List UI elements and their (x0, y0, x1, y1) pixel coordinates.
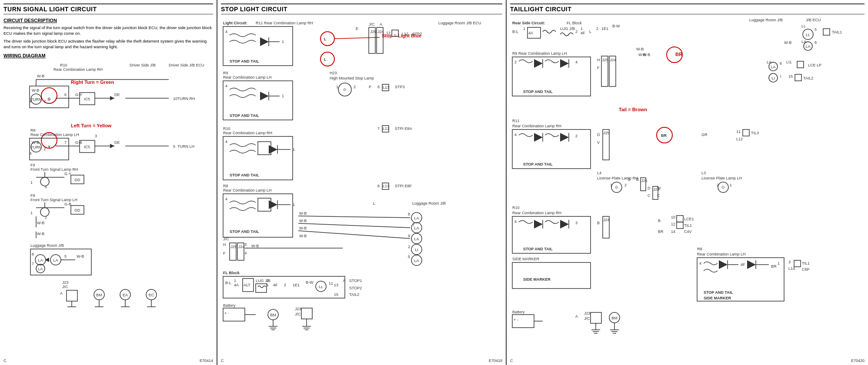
svg-text:LA: LA (53, 258, 58, 262)
svg-marker-166 (269, 145, 277, 154)
svg-text:7: 7 (32, 262, 34, 266)
svg-text:J/C: J/C (223, 237, 229, 241)
svg-text:15: 15 (788, 74, 793, 79)
svg-text:J25: J25 (230, 245, 237, 249)
svg-text:W-B: W-B (77, 254, 84, 259)
taillight-panel: TAILLIGHT CIRCUIT Rear Side Circuit: FL … (507, 0, 868, 365)
svg-text:6: 6 (780, 61, 782, 66)
svg-text:Luggage Room J/B: Luggage Room J/B (30, 243, 64, 248)
svg-text:2: 2 (284, 283, 286, 287)
svg-rect-261 (301, 308, 312, 319)
svg-text:⊙: ⊙ (343, 87, 347, 92)
svg-text:BR: BR (661, 133, 667, 138)
svg-text:1: 1 (293, 202, 295, 207)
svg-text:Battery: Battery (223, 303, 236, 308)
svg-text:LA: LA (771, 65, 775, 69)
svg-text:Left Turn = Yellow: Left Turn = Yellow (71, 123, 112, 128)
svg-rect-411 (794, 260, 801, 267)
svg-rect-388 (677, 222, 683, 229)
svg-text:B-L: B-L (512, 30, 518, 34)
taillight-diagram: Rear Side Circuit: FL Block Luggage Room… (510, 18, 867, 357)
svg-text:TURN: TURN (31, 145, 42, 149)
svg-text:12: 12 (386, 31, 391, 35)
svg-text:Front Turn Signal Lamp RH: Front Turn Signal Lamp RH (30, 167, 78, 172)
svg-text:3: 3 (575, 221, 578, 225)
svg-text:LA: LA (414, 237, 419, 241)
svg-text:License Plate Lamp LH: License Plate Lamp LH (701, 176, 742, 180)
svg-text:2: 2 (575, 134, 578, 138)
svg-text:B: B (636, 177, 639, 182)
svg-text:2: 2 (43, 99, 46, 103)
svg-text:Rear Combination Lamp LH: Rear Combination Lamp LH (30, 133, 79, 137)
svg-marker-404 (747, 260, 756, 269)
svg-text:4: 4 (29, 151, 31, 156)
svg-text:8: 8 (815, 40, 817, 45)
svg-marker-296 (534, 59, 543, 68)
turn-signal-diagram: R10 Rear Combination Lamp RH Driver Side… (3, 60, 214, 308)
svg-text:Rear Combination Lamp RH: Rear Combination Lamp RH (223, 131, 272, 135)
svg-text:W-B: W-B (638, 53, 646, 57)
svg-text:W-B: W-B (251, 244, 259, 248)
svg-text:L: L (324, 37, 327, 41)
svg-text:C: C (657, 193, 660, 198)
svg-text:2: 2 (624, 183, 627, 187)
svg-point-139 (320, 52, 334, 66)
svg-rect-90 (67, 290, 77, 301)
svg-text:1: 1 (30, 211, 33, 215)
svg-text:L4: L4 (597, 171, 601, 175)
svg-text:D: D (597, 133, 600, 137)
svg-text:FL Block: FL Block (223, 271, 240, 275)
svg-text:W-B: W-B (37, 221, 44, 225)
svg-text:C6P: C6P (802, 267, 810, 272)
svg-text:Front Turn Signal Lamp LH: Front Turn Signal Lamp LH (30, 198, 77, 202)
svg-text:1: 1 (234, 279, 236, 283)
svg-text:1: 1 (730, 183, 732, 187)
svg-text:Rear Combination Lamp RH: Rear Combination Lamp RH (53, 67, 103, 72)
svg-text:L: L (324, 57, 327, 62)
svg-rect-344 (743, 129, 749, 136)
svg-text:2: 2 (45, 215, 47, 219)
svg-text:J23: J23 (295, 307, 301, 311)
svg-text:E: E (356, 27, 358, 31)
svg-text:L: L (373, 201, 375, 206)
svg-text:H: H (223, 242, 226, 247)
svg-text:F9: F9 (30, 163, 35, 167)
svg-text:4A: 4A (234, 283, 239, 287)
svg-text:GR: GR (701, 133, 708, 137)
svg-text:1: 1 (778, 261, 780, 265)
svg-text:V: V (597, 140, 600, 145)
svg-text:D: D (648, 186, 651, 190)
svg-marker-333 (560, 133, 569, 142)
svg-text:Right Turn = Green: Right Turn = Green (71, 80, 114, 85)
svg-text:B-L: B-L (225, 281, 231, 285)
svg-text:J24: J24 (377, 30, 384, 34)
svg-text:FL Block: FL Block (567, 21, 582, 25)
svg-text:G: G (47, 97, 50, 101)
svg-text:TAIL1: TAIL1 (832, 30, 842, 34)
svg-text:J/C: J/C (295, 312, 301, 316)
svg-text:LL: LL (801, 24, 806, 28)
stop-light-diagram: Light Circuit: R11 Rear Combination Lamp… (221, 18, 503, 357)
svg-text:10: 10 (671, 215, 675, 219)
svg-text:R11: R11 (512, 119, 520, 123)
svg-text:W-B: W-B (299, 211, 307, 216)
svg-marker-400 (719, 260, 728, 269)
svg-text:LA: LA (414, 216, 419, 220)
svg-text:J24: J24 (238, 245, 245, 249)
svg-text:STOP1: STOP1 (349, 279, 362, 283)
svg-text:LA: LA (38, 258, 43, 262)
svg-rect-226 (223, 276, 345, 298)
svg-text:1: 1 (267, 283, 269, 287)
svg-text:L13: L13 (383, 184, 389, 188)
svg-text:B: B (597, 221, 600, 225)
svg-text:P: P (369, 85, 371, 89)
svg-line-207 (298, 216, 410, 218)
svg-text:F: F (597, 66, 600, 70)
svg-text:L13: L13 (383, 126, 389, 131)
svg-text:⊙: ⊙ (615, 185, 618, 189)
svg-text:1: 1 (282, 94, 284, 98)
svg-text:4: 4 (225, 30, 227, 34)
svg-text:SIDE MARKER: SIDE MARKER (523, 277, 551, 282)
stop-light-panel: STOP LIGHT CIRCUIT Light Circuit: R11 Re… (217, 0, 507, 365)
svg-text:4: 4 (514, 219, 517, 224)
